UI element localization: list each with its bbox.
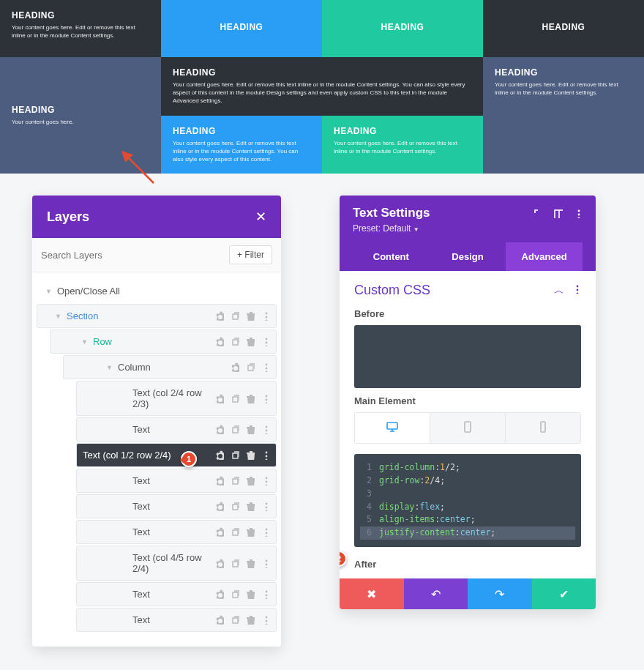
code-token: ; [455, 461, 460, 474]
duplicate-icon[interactable] [230, 527, 239, 537]
grid-cell[interactable]: HEADING [161, 0, 322, 57]
duplicate-icon[interactable] [230, 450, 239, 460]
dots-icon[interactable] [261, 476, 270, 485]
code-token: center [460, 526, 491, 540]
duplicate-icon[interactable] [230, 559, 239, 568]
expand-icon[interactable] [533, 209, 543, 218]
gear-icon[interactable] [214, 337, 224, 346]
dots-icon[interactable] [572, 284, 581, 294]
gear-icon[interactable] [214, 559, 224, 568]
trash-icon[interactable] [245, 589, 255, 599]
dots-icon[interactable] [261, 502, 270, 511]
tree-section[interactable]: ▼Section [37, 304, 277, 328]
dots-icon[interactable] [261, 394, 270, 403]
duplicate-icon[interactable] [230, 425, 239, 434]
dots-icon[interactable] [261, 527, 270, 537]
redo-button[interactable]: ↷ [468, 578, 532, 609]
code-token: grid-row [379, 474, 419, 488]
duplicate-icon[interactable] [245, 362, 255, 372]
gear-icon[interactable] [214, 425, 224, 434]
after-label: After [354, 559, 581, 570]
tab-content[interactable]: Content [353, 242, 430, 271]
cell-body: Your content goes here. Edit or remove t… [173, 81, 471, 105]
duplicate-icon[interactable] [230, 476, 239, 485]
trash-icon[interactable] [245, 559, 255, 568]
trash-icon[interactable] [245, 311, 255, 321]
dots-icon[interactable] [261, 450, 270, 460]
device-phone[interactable] [506, 413, 580, 443]
gear-icon[interactable] [214, 502, 224, 511]
dots-icon[interactable] [261, 337, 270, 346]
gear-icon[interactable] [214, 450, 224, 460]
grid-cell[interactable]: HEADING [322, 0, 483, 57]
redo-icon: ↷ [495, 587, 504, 601]
close-icon[interactable]: ✕ [255, 209, 266, 225]
tree-text-item[interactable]: Text [76, 608, 277, 632]
layers-header: Layers ✕ [32, 196, 281, 238]
grid-cell[interactable]: HEADINGYour content goes here. Edit or r… [483, 57, 644, 174]
trash-icon[interactable] [245, 476, 255, 485]
search-input[interactable] [41, 250, 229, 261]
tree-column[interactable]: ▼Column [63, 355, 277, 379]
gear-icon[interactable] [230, 362, 239, 372]
grid-cell[interactable]: HEADINGYour content goes here. Edit or r… [161, 57, 483, 116]
trash-icon[interactable] [245, 337, 255, 346]
dots-icon[interactable] [261, 589, 270, 599]
before-editor[interactable] [354, 325, 581, 388]
gear-icon[interactable] [214, 311, 224, 321]
tab-design[interactable]: Design [430, 242, 506, 271]
undo-button[interactable]: ↶ [404, 578, 468, 609]
dots-icon[interactable] [261, 311, 270, 321]
trash-icon[interactable] [245, 450, 255, 460]
dots-icon[interactable] [261, 362, 270, 372]
grid-icon[interactable] [553, 209, 563, 218]
gear-icon[interactable] [214, 589, 224, 599]
tree-text-item[interactable]: Text [76, 520, 277, 544]
duplicate-icon[interactable] [230, 589, 239, 599]
grid-cell[interactable]: HEADINGYour content goes here. Edit or r… [322, 116, 483, 174]
tree-text-item[interactable]: Text [76, 582, 277, 606]
grid-cell[interactable]: HEADING [483, 0, 644, 57]
tree-text-item[interactable]: Text (col 2/4 row 2/3) [76, 381, 277, 416]
gear-icon[interactable] [214, 527, 224, 537]
grid-cell[interactable]: HEADINGYour content goes here. [0, 57, 161, 174]
device-desktop[interactable] [355, 413, 430, 443]
tree-text-item[interactable]: Text [76, 469, 277, 493]
gear-icon[interactable] [214, 615, 224, 625]
duplicate-icon[interactable] [230, 311, 239, 321]
tree-text-item[interactable]: Text [76, 494, 277, 518]
main-css-editor[interactable]: 1grid-column: 1/2; 2grid-row: 2/4; 3 4di… [354, 454, 581, 547]
grid-cell[interactable]: HEADINGYour content goes here. Edit or r… [161, 116, 322, 174]
dots-icon[interactable] [261, 425, 270, 434]
tree-row[interactable]: ▼Row [50, 330, 277, 354]
gear-icon[interactable] [214, 394, 224, 403]
dots-icon[interactable] [573, 209, 583, 218]
cell-body: Your content goes here. Edit or remove t… [334, 139, 471, 155]
duplicate-icon[interactable] [230, 502, 239, 511]
grid-cell[interactable]: HEADINGYour content goes here. Edit or r… [0, 0, 161, 57]
tab-advanced[interactable]: Advanced [506, 242, 583, 271]
duplicate-icon[interactable] [230, 394, 239, 403]
dots-icon[interactable] [261, 615, 270, 625]
duplicate-icon[interactable] [230, 337, 239, 346]
preset-label[interactable]: Preset: Default ▼ [353, 223, 583, 234]
trash-icon[interactable] [245, 394, 255, 403]
code-token: flex [419, 501, 440, 514]
trash-icon[interactable] [245, 502, 255, 511]
gear-icon[interactable] [214, 476, 224, 485]
trash-icon[interactable] [245, 615, 255, 625]
tree-text-item[interactable]: Text [76, 417, 277, 442]
device-tablet[interactable] [430, 413, 506, 443]
tree-text-item[interactable]: Text (col 4/5 row 2/4) [76, 546, 277, 581]
dots-icon[interactable] [261, 559, 270, 568]
filter-button[interactable]: + Filter [229, 245, 272, 264]
tree-text-item-selected[interactable]: Text (col 1/2 row 2/4) [76, 443, 277, 467]
chevron-up-icon[interactable]: ︿ [554, 284, 564, 297]
duplicate-icon[interactable] [230, 615, 239, 625]
save-button[interactable]: ✔ [532, 578, 596, 609]
trash-icon[interactable] [245, 425, 255, 434]
cancel-button[interactable]: ✖ [340, 578, 404, 609]
trash-icon[interactable] [245, 527, 255, 537]
cell-body: Your content goes here. Edit or remove t… [173, 139, 310, 164]
open-close-all[interactable]: ▼Open/Close All [37, 280, 277, 302]
